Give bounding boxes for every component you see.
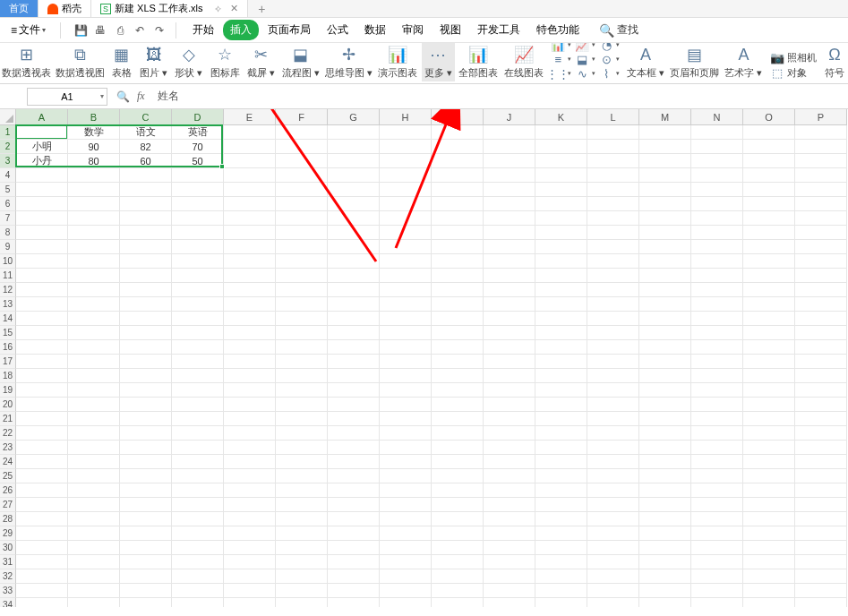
ribbon-艺术字[interactable]: A艺术字 ▾: [723, 43, 765, 81]
cell-M19[interactable]: [639, 383, 691, 398]
cell-B6[interactable]: [68, 197, 120, 211]
cell-D6[interactable]: [172, 197, 224, 211]
file-menu[interactable]: ≡文件▾: [5, 21, 51, 39]
cell-B10[interactable]: [68, 254, 120, 269]
cell-M4[interactable]: [639, 168, 691, 183]
ribbon-tab-公式[interactable]: 公式: [320, 20, 355, 40]
cell-K4[interactable]: [535, 168, 587, 183]
cell-A3[interactable]: 小丹: [16, 154, 68, 168]
cell-G26[interactable]: [328, 483, 380, 498]
row-header-32[interactable]: 32: [0, 569, 16, 584]
row-header-2[interactable]: 2: [0, 140, 16, 154]
cell-H26[interactable]: [380, 483, 432, 498]
cell-C1[interactable]: 语文: [120, 125, 172, 140]
ribbon-图标库[interactable]: ☆图标库: [208, 43, 243, 81]
row-header-19[interactable]: 19: [0, 383, 16, 398]
cell-I17[interactable]: [432, 355, 484, 369]
cell-M15[interactable]: [639, 326, 691, 340]
cell-G25[interactable]: [328, 469, 380, 483]
cell-P7[interactable]: [795, 211, 847, 226]
cell-I6[interactable]: [432, 197, 484, 211]
cell-G27[interactable]: [328, 498, 380, 512]
cell-C12[interactable]: [120, 283, 172, 297]
cell-A17[interactable]: [16, 355, 68, 369]
cell-C34[interactable]: [120, 598, 172, 607]
cell-E26[interactable]: [224, 483, 276, 498]
cell-J31[interactable]: [484, 555, 535, 569]
cell-G15[interactable]: [328, 326, 380, 340]
cell-K19[interactable]: [535, 383, 587, 398]
cell-G10[interactable]: [328, 254, 380, 269]
cell-F14[interactable]: [276, 312, 328, 326]
cell-M31[interactable]: [639, 555, 691, 569]
cell-M6[interactable]: [639, 197, 691, 211]
cell-L13[interactable]: [587, 297, 639, 312]
cell-G4[interactable]: [328, 168, 380, 183]
col-header-C[interactable]: C: [120, 109, 172, 125]
cell-C11[interactable]: [120, 269, 172, 283]
select-all-corner[interactable]: [0, 109, 16, 125]
col-header-J[interactable]: J: [484, 109, 535, 125]
ribbon-图片[interactable]: 🖼图片 ▾: [137, 43, 170, 81]
cell-E12[interactable]: [224, 283, 276, 297]
cell-C10[interactable]: [120, 254, 172, 269]
row-header-22[interactable]: 22: [0, 426, 16, 441]
cell-F5[interactable]: [276, 183, 328, 197]
cell-P2[interactable]: [795, 140, 847, 154]
cell-L10[interactable]: [587, 254, 639, 269]
cell-P17[interactable]: [795, 355, 847, 369]
cell-L27[interactable]: [587, 498, 639, 512]
cell-N11[interactable]: [691, 269, 743, 283]
cell-A13[interactable]: [16, 297, 68, 312]
row-header-6[interactable]: 6: [0, 197, 16, 211]
cell-F1[interactable]: [276, 125, 328, 140]
cell-P11[interactable]: [795, 269, 847, 283]
row-header-20[interactable]: 20: [0, 398, 16, 412]
cell-N10[interactable]: [691, 254, 743, 269]
cell-K5[interactable]: [535, 183, 587, 197]
cell-D19[interactable]: [172, 383, 224, 398]
cell-L5[interactable]: [587, 183, 639, 197]
cell-J17[interactable]: [484, 355, 535, 369]
cell-J30[interactable]: [484, 541, 535, 555]
cell-E10[interactable]: [224, 254, 276, 269]
cell-B24[interactable]: [68, 455, 120, 469]
col-header-O[interactable]: O: [743, 109, 795, 125]
cell-J29[interactable]: [484, 526, 535, 541]
cell-B8[interactable]: [68, 226, 120, 240]
cell-F24[interactable]: [276, 455, 328, 469]
cell-F8[interactable]: [276, 226, 328, 240]
cell-E1[interactable]: [224, 125, 276, 140]
cell-H8[interactable]: [380, 226, 432, 240]
cell-K13[interactable]: [535, 297, 587, 312]
cell-F2[interactable]: [276, 140, 328, 154]
cell-F30[interactable]: [276, 541, 328, 555]
cell-L21[interactable]: [587, 412, 639, 426]
cell-O22[interactable]: [743, 426, 795, 441]
col-header-G[interactable]: G: [328, 109, 380, 125]
cell-O13[interactable]: [743, 297, 795, 312]
cell-C33[interactable]: [120, 584, 172, 598]
cell-N34[interactable]: [691, 598, 743, 607]
cell-O11[interactable]: [743, 269, 795, 283]
cell-K20[interactable]: [535, 398, 587, 412]
cell-O31[interactable]: [743, 555, 795, 569]
cell-O29[interactable]: [743, 526, 795, 541]
cell-D33[interactable]: [172, 584, 224, 598]
cell-B18[interactable]: [68, 369, 120, 383]
cell-E33[interactable]: [224, 584, 276, 598]
cell-O17[interactable]: [743, 355, 795, 369]
cell-D21[interactable]: [172, 412, 224, 426]
cell-K28[interactable]: [535, 512, 587, 526]
cell-P9[interactable]: [795, 240, 847, 254]
cell-K11[interactable]: [535, 269, 587, 283]
cell-E25[interactable]: [224, 469, 276, 483]
cell-M5[interactable]: [639, 183, 691, 197]
cell-A19[interactable]: [16, 383, 68, 398]
cell-G34[interactable]: [328, 598, 380, 607]
cell-B22[interactable]: [68, 426, 120, 441]
cell-H12[interactable]: [380, 283, 432, 297]
cell-P26[interactable]: [795, 483, 847, 498]
cell-N18[interactable]: [691, 369, 743, 383]
cell-M25[interactable]: [639, 469, 691, 483]
